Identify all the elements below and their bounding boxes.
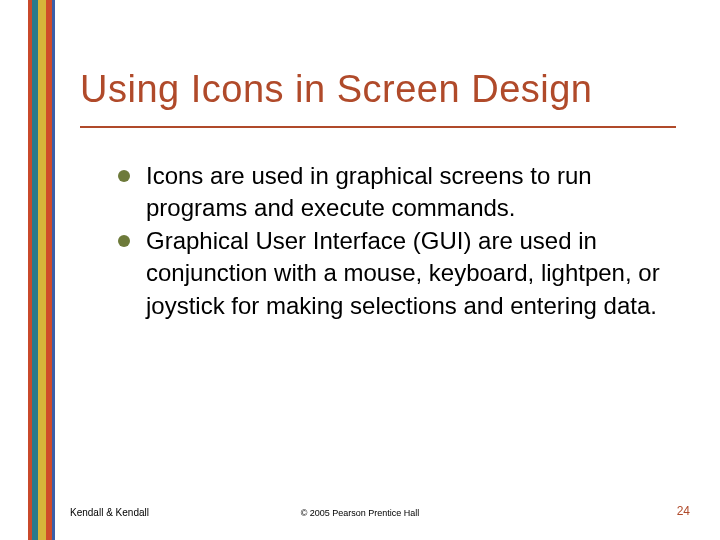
- decorative-stripe: [38, 0, 46, 540]
- bullet-list: Icons are used in graphical screens to r…: [118, 160, 676, 322]
- bullet-item: Icons are used in graphical screens to r…: [118, 160, 676, 225]
- footer-copyright: © 2005 Pearson Prentice Hall: [0, 508, 720, 518]
- slide-title: Using Icons in Screen Design: [80, 68, 680, 111]
- bullet-dot-icon: [118, 170, 130, 182]
- title-underline: [80, 126, 676, 128]
- bullet-text: Icons are used in graphical screens to r…: [146, 162, 592, 221]
- slide-number: 24: [677, 504, 690, 518]
- bullet-text: Graphical User Interface (GUI) are used …: [146, 227, 660, 319]
- bullet-dot-icon: [118, 235, 130, 247]
- decorative-stripe: [52, 0, 55, 540]
- bullet-item: Graphical User Interface (GUI) are used …: [118, 225, 676, 322]
